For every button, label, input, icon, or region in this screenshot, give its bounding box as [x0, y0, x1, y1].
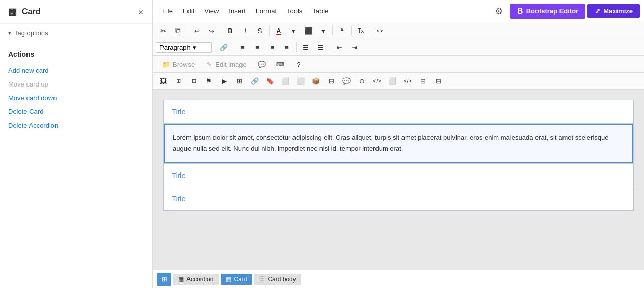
panel-header: ▦ Card: [0, 0, 152, 24]
insert-box-button[interactable]: ⬜: [278, 74, 292, 88]
ordered-list-button[interactable]: ☰: [313, 41, 328, 54]
menu-tools[interactable]: Tools: [282, 5, 307, 17]
card-body-label: Card body: [267, 276, 296, 283]
card-1-body[interactable]: Lorem ipsum dolor sit amet, consectetur …: [164, 124, 633, 163]
unordered-list-button[interactable]: ☰: [299, 41, 313, 54]
insert-grid2-button[interactable]: ⊞: [416, 74, 430, 88]
code-snippet-button[interactable]: ⌨: [273, 57, 287, 71]
font-color-dropdown[interactable]: ▾: [286, 24, 301, 37]
card-3-header[interactable]: Title: [164, 187, 633, 210]
bootstrap-editor-button[interactable]: B Bootstrap Editor: [510, 4, 585, 19]
add-new-card-link[interactable]: Add new card: [8, 65, 144, 76]
insert-code-button[interactable]: </>: [370, 74, 384, 88]
maximize-label: Maximize: [603, 7, 633, 15]
separator-5: [351, 25, 352, 36]
speech-bubble-button[interactable]: 💬: [255, 57, 269, 71]
highlight-dropdown[interactable]: ▾: [316, 24, 330, 37]
insert-divider-button[interactable]: ⊟: [324, 74, 338, 88]
bootstrap-label: Bootstrap Editor: [526, 7, 579, 15]
insert-table-button[interactable]: ⊞: [171, 74, 185, 88]
separator-3: [269, 25, 270, 36]
insert-widget-button[interactable]: ⬜: [293, 74, 308, 88]
content-area: Title Lorem ipsum dolor sit amet, consec…: [153, 90, 644, 270]
insert-bookmark-button[interactable]: 🔖: [263, 74, 277, 88]
browse-label: Browse: [173, 61, 195, 68]
insert-bubble-button[interactable]: 💬: [339, 74, 354, 88]
menu-file[interactable]: File: [157, 5, 178, 17]
font-color-button[interactable]: A: [272, 24, 286, 37]
insert-html-button[interactable]: </>: [400, 74, 415, 88]
menu-view[interactable]: View: [199, 5, 224, 17]
copy-button[interactable]: ⧉: [171, 24, 185, 37]
insert-media-button[interactable]: ▶: [217, 74, 231, 88]
maximize-button[interactable]: ⤢ Maximize: [587, 4, 640, 18]
card-1-header[interactable]: Title: [164, 100, 633, 124]
insert-circle-button[interactable]: ⊙: [355, 74, 369, 88]
card-bottom-button[interactable]: ▦ Card: [221, 274, 252, 285]
bold-button[interactable]: B: [223, 24, 237, 37]
align-right-button[interactable]: ≡: [265, 41, 279, 54]
card-icon: ▦: [226, 276, 231, 283]
delete-card-link[interactable]: Delete Card: [8, 106, 144, 118]
grid-icon-button[interactable]: ⊞: [157, 273, 171, 286]
menu-table[interactable]: Table: [307, 5, 333, 17]
source-button[interactable]: <>: [372, 24, 387, 37]
insert-link-button[interactable]: 🔗: [248, 74, 262, 88]
tag-options-row[interactable]: ▾ Tag options: [0, 24, 152, 42]
align-left-button[interactable]: ≡: [235, 41, 250, 54]
actions-section: Actions Add new card Move card up Move c…: [0, 42, 152, 141]
insert-flag-button[interactable]: ⚑: [202, 74, 216, 88]
insert-component-button[interactable]: 📦: [309, 74, 323, 88]
card-2-header[interactable]: Title: [164, 163, 633, 187]
link-button[interactable]: 🔗: [217, 41, 231, 54]
insert-panel-button[interactable]: ⬜: [385, 74, 399, 88]
menu-edit[interactable]: Edit: [178, 5, 199, 17]
card-header-icon: ▦: [8, 6, 17, 17]
italic-button[interactable]: I: [238, 24, 252, 37]
insert-block-button[interactable]: ⊟: [431, 74, 445, 88]
accordion-bottom-button[interactable]: ▦ Accordion: [173, 274, 219, 285]
menu-insert[interactable]: Insert: [224, 5, 251, 17]
outdent-button[interactable]: ⇤: [332, 41, 346, 54]
card-body-bottom-button[interactable]: ☰ Card body: [254, 274, 301, 285]
highlight-button[interactable]: ⬛: [301, 24, 315, 37]
close-button[interactable]: ×: [133, 5, 147, 20]
edit-image-label: Edit image: [215, 61, 246, 68]
toolbar-row-1: ✂ ⧉ ↩ ↪ B I S A ▾ ⬛ ▾ ❝ Tx <>: [153, 22, 644, 39]
accordion-label: Accordion: [186, 276, 213, 283]
clear-format-button[interactable]: Tx: [354, 24, 368, 37]
cut-button[interactable]: ✂: [156, 24, 170, 37]
toolbar-row-2: Paragraph ▾ 🔗 ≡ ≡ ≡ ≡ ☰ ☰ ⇤ ⇥: [153, 39, 644, 56]
separator-8: [233, 42, 233, 52]
left-panel: ▦ Card × ▾ Tag options Actions Add new c…: [0, 0, 153, 288]
insert-grid-button[interactable]: ⊞: [232, 74, 247, 88]
help-button[interactable]: ?: [291, 57, 306, 71]
delete-accordion-link[interactable]: Delete Accordion: [8, 120, 144, 131]
strikethrough-button[interactable]: S: [253, 24, 267, 37]
editor-topbar: File Edit View Insert Format Tools Table…: [153, 0, 644, 22]
insert-table2-button[interactable]: ⊟: [186, 74, 201, 88]
align-center-button[interactable]: ≡: [250, 41, 264, 54]
insert-image-button[interactable]: 🖼: [156, 74, 170, 88]
move-card-up-link: Move card up: [8, 78, 144, 90]
browse-button[interactable]: 📁 Browse: [158, 59, 199, 70]
move-card-down-link[interactable]: Move card down: [8, 92, 144, 104]
card-3: Title: [164, 187, 633, 210]
separator-10: [330, 42, 330, 52]
card-bottom-label: Card: [234, 276, 247, 283]
redo-button[interactable]: ↪: [204, 24, 219, 37]
undo-button[interactable]: ↩: [190, 24, 204, 37]
menu-format[interactable]: Format: [251, 5, 282, 17]
indent-button[interactable]: ⇥: [347, 41, 361, 54]
edit-image-button[interactable]: ✎ Edit image: [203, 59, 250, 70]
blockquote-button[interactable]: ❝: [335, 24, 349, 37]
separator-7: [214, 42, 214, 52]
card-1: Title Lorem ipsum dolor sit amet, consec…: [164, 100, 633, 163]
bootstrap-icon: B: [517, 7, 523, 16]
paragraph-select[interactable]: Paragraph ▾: [156, 42, 212, 53]
paragraph-dropdown-icon: ▾: [193, 44, 196, 51]
gear-icon[interactable]: ⚙: [490, 2, 508, 20]
align-justify-button[interactable]: ≡: [280, 41, 294, 54]
tag-options-label: Tag options: [14, 29, 48, 37]
card-2: Title: [164, 163, 633, 187]
